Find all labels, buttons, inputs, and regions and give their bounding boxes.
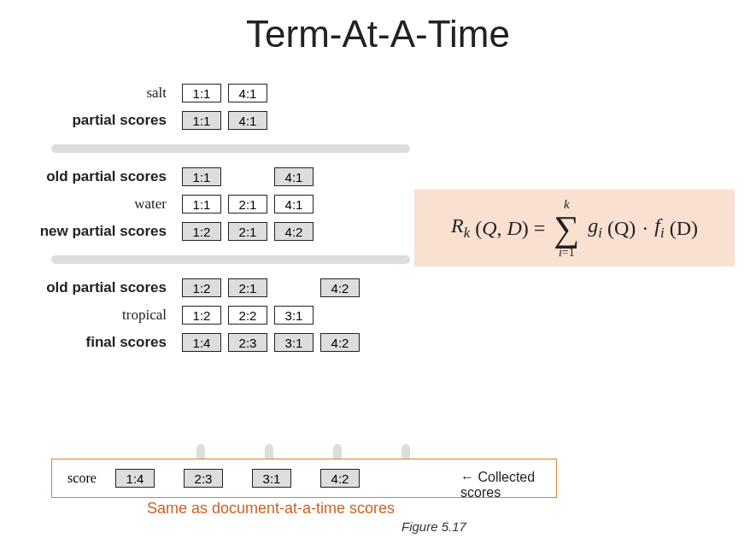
data-row: old partial scores1:14:1 (26, 165, 410, 189)
data-cell (274, 84, 314, 102)
data-cell: 1:1 (182, 167, 221, 186)
data-row: old partial scores1:22:14:2 (26, 276, 410, 300)
data-cell: 1:2 (182, 278, 221, 297)
collected-label: ← Collected scores (460, 470, 556, 500)
data-cell (320, 167, 360, 186)
sigma-icon: k ∑ i=1 (554, 198, 579, 259)
score-box: score 1:42:33:14:2 ← Collected scores (51, 459, 557, 498)
page-title: Term-At-A-Time (0, 13, 756, 56)
row-label: water (26, 196, 182, 213)
data-cell: 4:2 (320, 333, 360, 352)
diagram-area: salt1:14:1partial scores1:14:1old partia… (26, 81, 410, 358)
data-row: tropical1:22:23:1 (26, 303, 410, 327)
score-cell: 2:3 (184, 469, 223, 488)
data-cell: 3:1 (274, 306, 314, 325)
data-row: partial scores1:14:1 (26, 108, 410, 132)
data-cell (274, 278, 314, 297)
formula: Rk (Q, D) = k ∑ i=1 gi(Q) · fi(D) (451, 198, 698, 259)
row-label: new partial scores (26, 223, 182, 240)
data-cell (320, 84, 360, 102)
data-cell: 4:2 (274, 222, 314, 241)
formula-box: Rk (Q, D) = k ∑ i=1 gi(Q) · fi(D) (414, 190, 735, 266)
data-cell: 2:2 (228, 306, 267, 325)
data-cell: 4:1 (274, 195, 314, 214)
data-row: final scores1:42:33:14:2 (26, 330, 410, 354)
row-label: partial scores (26, 112, 182, 129)
data-row: new partial scores1:22:14:2 (26, 219, 410, 243)
data-cell: 2:3 (228, 333, 267, 352)
score-cell: 4:2 (320, 469, 360, 488)
data-row: water1:12:14:1 (26, 192, 410, 216)
figure-caption: Figure 5.17 (401, 519, 466, 534)
data-cell: 1:1 (182, 84, 221, 102)
score-cell: 1:4 (115, 469, 155, 488)
score-label: score (52, 471, 112, 486)
data-cell: 1:2 (182, 306, 221, 325)
same-as-caption: Same as document-at-a-time scores (147, 500, 395, 518)
data-cell (228, 167, 267, 186)
data-cell (320, 306, 360, 325)
data-cell (320, 111, 360, 130)
row-label: salt (26, 85, 182, 102)
data-cell: 2:1 (228, 222, 267, 241)
data-cell: 2:1 (228, 278, 267, 297)
row-label: old partial scores (26, 168, 182, 185)
data-cell: 4:1 (228, 84, 267, 102)
data-cell: 1:1 (182, 195, 221, 214)
data-cell: 3:1 (274, 333, 314, 352)
data-cell (320, 195, 360, 214)
score-cell: 3:1 (252, 469, 291, 488)
data-cell: 2:1 (228, 195, 267, 214)
data-cell: 1:1 (182, 111, 221, 130)
divider (51, 144, 410, 153)
row-label: final scores (26, 334, 182, 351)
data-cell: 1:2 (182, 222, 221, 241)
data-cell: 4:2 (320, 278, 360, 297)
row-label: old partial scores (26, 279, 182, 296)
data-cell: 4:1 (274, 167, 314, 186)
data-cell (274, 111, 314, 130)
data-cell: 1:4 (182, 333, 221, 352)
divider (51, 255, 410, 264)
data-cell: 4:1 (228, 111, 267, 130)
row-label: tropical (26, 307, 182, 324)
data-cell (320, 222, 360, 241)
data-row: salt1:14:1 (26, 81, 410, 105)
